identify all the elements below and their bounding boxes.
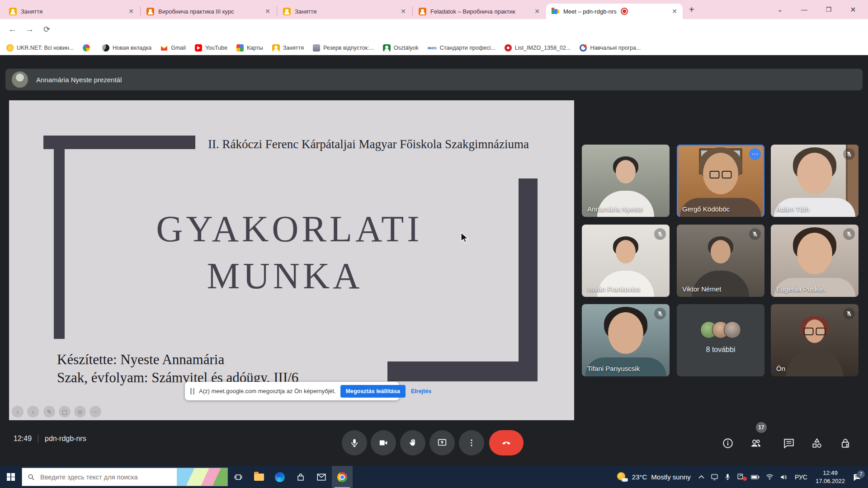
bookmark-zanyattya[interactable]: Заняття xyxy=(272,44,304,52)
tab-zanyattya-2[interactable]: Заняття ✕ xyxy=(278,4,411,19)
slide-layout-button[interactable]: ▢ xyxy=(59,406,71,418)
taskbar-search[interactable] xyxy=(22,468,228,486)
meet-icon xyxy=(552,8,559,15)
chrome-taskbar-button[interactable] xyxy=(332,466,353,488)
file-explorer-button[interactable] xyxy=(249,466,269,488)
more-options-button[interactable] xyxy=(459,430,484,455)
participant-name: Tifani Panyuscsik xyxy=(587,365,640,372)
tab-close-icon[interactable]: ✕ xyxy=(672,8,677,14)
system-tray: 23°C Mostly sunny xyxy=(612,466,868,488)
participant-tile[interactable]: Annamária Nyeste xyxy=(582,145,670,217)
minimize-button[interactable]: — xyxy=(801,6,807,13)
tab-zanyattya-1[interactable]: Заняття ✕ xyxy=(4,4,139,19)
mail-button[interactable] xyxy=(311,466,332,488)
store-button[interactable] xyxy=(290,466,311,488)
participant-tile[interactable]: ⋯ Gergő Ködöböc xyxy=(677,145,764,217)
tray-display-icon[interactable] xyxy=(708,474,722,480)
action-center-button[interactable]: 7 xyxy=(849,473,868,481)
meeting-code: pdn-rdgb-nrs xyxy=(45,435,86,443)
tab-meet-active[interactable]: Meet – pdn-rdgb-nrs ✕ xyxy=(546,4,683,19)
bookmark-youtube[interactable]: YouTube xyxy=(195,44,227,52)
mic-button[interactable] xyxy=(342,430,367,455)
maps-icon xyxy=(236,44,244,52)
taskbar-clock[interactable]: 12:49 17.06.2022 xyxy=(811,469,849,485)
sharing-indicator-icon xyxy=(190,388,194,394)
tab-close-icon[interactable]: ✕ xyxy=(534,8,540,14)
windows-logo-icon xyxy=(7,473,15,481)
tile-options-icon[interactable]: ⋯ xyxy=(749,148,761,160)
bookmark-standarty[interactable]: IMZO Стандарти професі... xyxy=(428,45,495,51)
camera-button[interactable] xyxy=(371,430,396,455)
classroom-icon xyxy=(9,8,17,15)
weather-desc: Mostly sunny xyxy=(651,473,691,481)
raise-hand-button[interactable] xyxy=(400,430,425,455)
tab-practice-course[interactable]: Виробнича практика III курс ✕ xyxy=(141,4,276,19)
tab-close-icon[interactable]: ✕ xyxy=(401,8,406,14)
tab-separator xyxy=(277,6,277,15)
tab-close-icon[interactable]: ✕ xyxy=(265,8,270,14)
participant-tile[interactable]: Ádám Tóth xyxy=(771,145,859,217)
slide-prev-button[interactable]: ‹ xyxy=(12,406,24,418)
search-highlight-image[interactable] xyxy=(177,468,227,486)
bookmark-label: UKR.NET: Всі новин... xyxy=(17,45,74,51)
participant-tile[interactable]: Tifani Panyuscsik xyxy=(582,304,670,376)
bookmark-maps[interactable]: Карты xyxy=(236,44,263,52)
slide-more-button[interactable]: ⋯ xyxy=(90,406,101,418)
participant-tile[interactable]: Viktor Német xyxy=(677,225,764,297)
bookmark-list-imzo[interactable]: List_IMZO_1358_02... xyxy=(505,44,571,52)
back-icon[interactable]: ← xyxy=(8,24,17,34)
bookmark-label: Стандарти професі... xyxy=(440,45,495,51)
chrome-tab-strip: Заняття ✕ Виробнича практика III курс ✕ … xyxy=(0,0,868,19)
participant-tile[interactable]: István Frankovics xyxy=(582,225,670,297)
self-tile[interactable]: Ön xyxy=(771,304,859,376)
tray-volume-icon[interactable] xyxy=(777,474,791,480)
bookmark-osztalyok[interactable]: Osztályok xyxy=(383,44,419,52)
new-tab-button[interactable]: + xyxy=(689,5,694,15)
slide-next-button[interactable]: › xyxy=(27,406,39,418)
language-indicator[interactable]: РУС xyxy=(791,474,811,481)
mic-off-icon xyxy=(654,228,666,240)
host-controls-lock-icon[interactable] xyxy=(840,437,851,449)
tray-wifi-icon[interactable] xyxy=(763,474,777,480)
task-view-button[interactable] xyxy=(228,466,249,488)
participants-icon[interactable] xyxy=(750,437,762,449)
tab-close-icon[interactable]: ✕ xyxy=(128,8,134,14)
bookmark-rezerv[interactable]: Резерв відпусток:... xyxy=(313,44,374,52)
tab-title: Заняття xyxy=(295,8,316,15)
start-button[interactable] xyxy=(0,466,22,488)
present-button[interactable] xyxy=(429,430,455,455)
slide-zoom-button[interactable]: ⊙ xyxy=(74,406,86,418)
tab-title: Feladatok – Виробнича практик xyxy=(430,8,515,15)
edge-button[interactable] xyxy=(269,466,290,488)
tray-mic-icon[interactable] xyxy=(722,473,734,481)
windows-taskbar: 23°C Mostly sunny xyxy=(0,466,868,488)
activities-icon[interactable] xyxy=(811,437,823,449)
close-window-button[interactable]: ✕ xyxy=(850,5,856,14)
tray-sharing-icon[interactable] xyxy=(734,473,748,481)
chat-icon[interactable] xyxy=(783,437,795,449)
overflow-tile[interactable]: 8 további xyxy=(677,304,764,376)
forward-icon[interactable]: → xyxy=(25,24,34,34)
tray-expand-chevron-icon[interactable] xyxy=(695,475,708,479)
maximize-button[interactable]: ❐ xyxy=(826,6,832,13)
meeting-details-icon[interactable] xyxy=(722,437,734,449)
mic-off-icon xyxy=(749,228,761,240)
bookmark-new-tab[interactable]: Новая вкладка xyxy=(102,44,151,52)
bookmark-google[interactable] xyxy=(83,44,93,52)
bookmark-navchalni[interactable]: Навчальні програ... xyxy=(580,44,641,52)
bookmark-gmail[interactable]: Gmail xyxy=(160,45,186,51)
gmail-icon xyxy=(160,45,168,51)
mic-off-icon xyxy=(843,228,855,240)
search-input[interactable] xyxy=(39,473,172,481)
tab-feladatok[interactable]: Feladatok – Виробнича практик ✕ xyxy=(413,4,545,19)
reload-icon[interactable]: ⟳ xyxy=(43,24,50,34)
stop-sharing-button[interactable]: Megosztás leállítása xyxy=(340,385,406,398)
tray-battery-icon[interactable] xyxy=(748,474,763,480)
end-call-button[interactable] xyxy=(489,430,524,455)
weather-widget[interactable]: 23°C Mostly sunny xyxy=(612,471,695,483)
hide-toast-link[interactable]: Elrejtés xyxy=(411,388,431,394)
tab-search-chevron-icon[interactable]: ⌄ xyxy=(777,6,783,13)
slide-pen-button[interactable]: ✎ xyxy=(43,406,55,418)
participant-tile[interactable]: Eugénia Puskás xyxy=(771,225,859,297)
bookmark-ukrnet[interactable]: UKR.NET: Всі новин... xyxy=(6,44,74,52)
